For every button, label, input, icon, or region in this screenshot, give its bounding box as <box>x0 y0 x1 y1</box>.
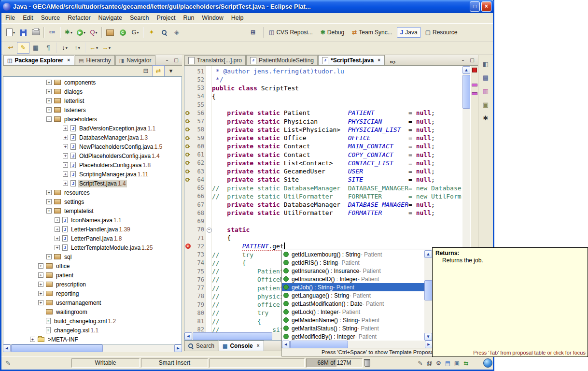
code-line[interactable]: 68 private static UtilFormatter FORMATTE… <box>184 209 462 217</box>
overview-occurrence-marker[interactable] <box>472 92 477 95</box>
expander-plus-icon[interactable]: + <box>63 126 68 131</box>
code-line[interactable]: 71 { <box>184 234 462 242</box>
completion-item[interactable]: getJob() : String - Patient <box>282 283 424 291</box>
code-line[interactable]: 55 <box>184 100 462 109</box>
minimize-editor-button[interactable]: – <box>459 57 467 65</box>
perspective-resource-button[interactable]: ▢Resource <box>422 27 461 38</box>
scroll-right-icon[interactable]: ▶ <box>174 344 182 352</box>
tree-item[interactable]: ≡build_changelog.xml1.2 <box>3 316 182 326</box>
completion-vscrollbar[interactable]: ▲ ▼ <box>424 250 433 341</box>
expander-plus-icon[interactable]: + <box>55 245 60 250</box>
menu-navigate[interactable]: Navigate <box>95 13 126 23</box>
key-annotation-icon[interactable] <box>185 136 190 141</box>
tree-item[interactable]: +JLetterPanel.java1.8 <box>3 234 182 243</box>
scroll-left-icon[interactable]: ◀ <box>184 332 192 340</box>
package-explorer-hscrollbar[interactable]: ◀ ▶ <box>3 344 182 352</box>
code-line[interactable]: 69 <box>184 217 462 226</box>
expander-plus-icon[interactable]: + <box>30 337 35 342</box>
save-button[interactable] <box>17 27 29 38</box>
gecamed-wizard-button[interactable]: G▾ <box>129 27 141 38</box>
expander-plus-icon[interactable]: + <box>46 199 52 204</box>
code-line[interactable]: 52 */ <box>184 75 462 84</box>
code-line[interactable]: 67 private static DatabaseManager DATABA… <box>184 200 462 209</box>
expander-plus-icon[interactable]: + <box>46 80 52 85</box>
expander-plus-icon[interactable]: + <box>38 300 43 305</box>
expander-plus-icon[interactable]: + <box>63 171 68 177</box>
expander-plus-icon[interactable]: + <box>46 254 52 259</box>
ant-view-button[interactable]: ✱ <box>480 112 491 124</box>
search-button[interactable] <box>158 27 170 38</box>
expander-plus-icon[interactable]: + <box>46 190 52 195</box>
code-line[interactable]: 53public class ScriptTest <box>184 84 462 92</box>
menu-project[interactable]: Project <box>153 13 180 23</box>
tree-item[interactable]: waitingroom <box>3 307 182 316</box>
key-annotation-icon[interactable] <box>185 177 190 182</box>
tree-item[interactable]: ≡changelog.xsl1.1 <box>3 326 182 335</box>
tree-item[interactable]: +listeners <box>3 105 182 114</box>
menu-help[interactable]: Help <box>227 13 248 23</box>
maximize-button[interactable]: □ <box>470 1 480 12</box>
mark-occurrences-button[interactable]: ✎ <box>17 42 29 54</box>
code-line[interactable]: 70− static <box>184 226 462 234</box>
code-line[interactable]: 65// private static DatabaseManager DATA… <box>184 184 462 192</box>
expander-minus-icon[interactable]: − <box>46 116 52 122</box>
close-tab-icon[interactable]: × <box>377 57 381 63</box>
tab-scripttest-java[interactable]: J*ScriptTest.java× <box>318 55 385 65</box>
code-line[interactable]: 57 private static Physician PHYSICIAN = … <box>184 117 462 126</box>
completion-item[interactable]: getIdRIS() : String - Patient <box>282 258 424 267</box>
debug-button[interactable]: ✱▾ <box>62 27 75 38</box>
completion-item[interactable]: getIdLuxembourg() : String - Patient <box>282 250 424 258</box>
completion-hscrollbar[interactable]: ◀ ▶ <box>282 341 433 348</box>
perspective-java-button[interactable]: JJava <box>397 27 421 38</box>
fold-collapse-icon[interactable]: − <box>207 228 212 233</box>
forward-button[interactable]: →▾ <box>100 42 112 54</box>
tree-item[interactable]: +patient <box>3 271 182 280</box>
menu-run[interactable]: Run <box>179 13 198 23</box>
tree-item[interactable]: +JScriptingManager.java1.11 <box>3 170 182 179</box>
tab-console[interactable]: ▦Console× <box>219 341 264 351</box>
code-line[interactable]: 59 private static Office OFFICE = null; <box>184 134 462 142</box>
tree-item[interactable]: +JLetterTemplateModule.java1.25 <box>3 243 182 252</box>
scroll-up-icon[interactable]: ▲ <box>424 250 432 258</box>
scroll-left-icon[interactable]: ◀ <box>282 341 290 348</box>
tab-translatrix-pro[interactable]: Translatrix[...].pro <box>184 55 246 65</box>
completion-item[interactable]: getInsurance() : Insurance - Patient <box>282 267 424 275</box>
overview-occurrence-marker[interactable] <box>472 84 477 86</box>
previous-annotation-button[interactable]: ↑▾ <box>71 42 84 54</box>
scrollbar-thumb[interactable] <box>193 332 272 340</box>
code-line[interactable]: 61 private static Contact COPY_CONTACT =… <box>184 151 462 159</box>
new-class-button[interactable]: C <box>116 27 129 38</box>
tree-item[interactable]: +>META-INF <box>3 335 182 344</box>
tree-item[interactable]: +templatelist <box>3 206 182 215</box>
scrollbar-thumb[interactable] <box>462 75 470 109</box>
snippets-view-button[interactable]: ▣ <box>480 99 491 110</box>
completion-list[interactable]: getIdLuxembourg() : String - PatientgetI… <box>282 250 424 341</box>
menu-refactor[interactable]: Refactor <box>64 13 94 23</box>
expander-plus-icon[interactable]: + <box>46 107 52 113</box>
menu-source[interactable]: Source <box>37 13 64 23</box>
tree-item[interactable]: +JNewPlaceholdersConfig.java1.5 <box>3 142 182 151</box>
scroll-up-icon[interactable]: ▲ <box>462 66 470 74</box>
code-line[interactable]: 56 private static Patient PATIENT = null… <box>184 109 462 117</box>
tab-navigator[interactable]: ◨Navigator <box>115 55 155 65</box>
perspective-team-sync-button[interactable]: ⇄Team Sync... <box>349 27 395 38</box>
expander-plus-icon[interactable]: + <box>46 89 52 94</box>
code-line[interactable]: 66// private static UtilFormatter FORMAT… <box>184 192 462 200</box>
completion-item[interactable]: getMaritalStatus() : String - Patient <box>282 324 424 332</box>
maximize-editor-button[interactable]: □ <box>468 57 476 65</box>
maximize-view-button[interactable]: □ <box>172 57 181 65</box>
tree-item[interactable]: +prescription <box>3 280 182 289</box>
tree-item[interactable]: +office <box>3 261 182 271</box>
scroll-left-icon[interactable]: ◀ <box>3 344 11 352</box>
tree-item[interactable]: +JScriptTest.java1.4 <box>3 179 182 188</box>
titlebar[interactable]: Java - GECAMed/src/lu/tudor/santec/gecam… <box>0 0 494 13</box>
code-line[interactable]: 58 private static List<Physician> PHYSIC… <box>184 126 462 134</box>
completion-item[interactable]: getMaidenName() : String - Patient <box>282 316 424 324</box>
tree-item[interactable]: +JOldPlaceholdersConfig.java1.4 <box>3 151 182 160</box>
code-line[interactable]: 60 private static Contact MAIN_CONTACT =… <box>184 142 462 150</box>
tab-search[interactable]: Search <box>184 341 218 351</box>
expander-plus-icon[interactable]: + <box>55 236 60 241</box>
tree-item[interactable]: −placeholders <box>3 114 182 124</box>
back-button[interactable]: ←▾ <box>87 42 100 54</box>
key-annotation-icon[interactable] <box>185 111 190 115</box>
